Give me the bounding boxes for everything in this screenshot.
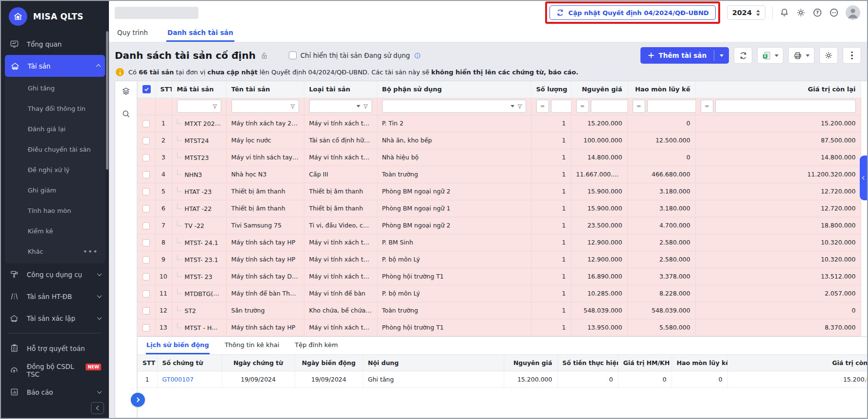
row-checkbox[interactable] [142, 222, 150, 229]
tab-asset-list[interactable]: Danh sách tài sản [166, 24, 234, 42]
expand-panel-button[interactable] [131, 393, 145, 407]
row-checkbox[interactable] [142, 307, 150, 314]
sidebar-subitem-thay-doi-thong-tin[interactable]: Thay đổi thông tin [5, 98, 105, 119]
sidebar-subitem-danh-gia-lai[interactable]: Đánh giá lại [5, 119, 105, 139]
layers-button[interactable] [121, 87, 131, 96]
sidebar-item-reports[interactable]: Báo cáo [1, 381, 109, 403]
detail-col-content[interactable]: Nội dung [363, 355, 504, 371]
user-avatar[interactable] [846, 5, 860, 20]
row-checkbox[interactable] [142, 324, 150, 332]
detail-col-remaining-value[interactable]: Giá trị còn lại [727, 355, 867, 371]
select-all-checkbox[interactable] [142, 85, 151, 93]
detail-col-doc-date[interactable]: Ngày chứng từ [222, 355, 295, 371]
select-all-header[interactable] [138, 81, 155, 98]
filter-icon[interactable] [290, 104, 296, 109]
tree-expand-icon[interactable] [177, 238, 181, 243]
equals-operator[interactable]: = [633, 100, 645, 113]
filter-quantity-input[interactable] [554, 103, 571, 110]
filter-asset-type-input[interactable] [313, 103, 354, 110]
year-selector[interactable]: 2024 [727, 5, 765, 20]
asset-row[interactable]: 12 ST2 Sân trường Kho chứa, bể chứa, bãi… [138, 302, 861, 319]
detail-col-stt[interactable]: STT [138, 355, 157, 371]
tree-expand-icon[interactable] [177, 289, 181, 294]
filter-remaining-value-input[interactable] [719, 103, 852, 110]
asset-row[interactable]: 5 HTAT -23 Thiết bị âm thanh Thiết bị âm… [138, 183, 861, 200]
tree-expand-icon[interactable] [177, 153, 181, 158]
col-header-original-cost[interactable]: Nguyên giá [571, 81, 627, 98]
sidebar-item-tools[interactable]: Công cụ dụng cụ [1, 263, 109, 285]
filter-icon[interactable] [363, 104, 369, 109]
export-excel-button[interactable]: X [757, 47, 783, 64]
settings-button[interactable] [796, 8, 806, 17]
row-checkbox[interactable] [142, 137, 150, 144]
search-button[interactable] [122, 109, 131, 119]
asset-row[interactable]: 7 TV -22 Tivi Samsung 75 Ti vi, đầu Vide… [138, 217, 861, 234]
row-checkbox[interactable] [142, 239, 150, 246]
filter-icon[interactable] [212, 104, 218, 109]
filter-accumulated-depreciation-input[interactable] [651, 103, 696, 110]
tree-expand-icon[interactable] [177, 255, 181, 260]
unlock-icon[interactable] [260, 52, 268, 60]
detail-col-executed-amount[interactable]: Số tiền thực hiện [557, 355, 618, 371]
right-panel-toggle[interactable] [860, 156, 867, 200]
history-row[interactable]: 1 GT000107 19/09/2024 19/09/2024 Ghi tăn… [138, 371, 867, 388]
row-checkbox[interactable] [142, 154, 150, 161]
update-decision-button[interactable]: Cập nhật Quyết định 04/2024/QĐ-UBND [549, 5, 716, 20]
sidebar-subitem-ghi-tang[interactable]: Ghi tăng [5, 78, 105, 98]
sidebar-subitem-tinh-hao-mon[interactable]: Tính hao mòn [5, 200, 105, 221]
row-checkbox[interactable] [142, 273, 150, 280]
row-checkbox[interactable] [142, 290, 150, 297]
tree-expand-icon[interactable] [177, 204, 181, 209]
row-checkbox[interactable] [142, 120, 150, 127]
more-actions-button[interactable] [843, 47, 861, 64]
sidebar-subitem-khac[interactable]: Khác••• [5, 241, 105, 262]
sidebar-subitem-kiem-ke[interactable]: Kiểm kê [5, 221, 105, 241]
asset-row[interactable]: 3 MTST23 Máy vi tính sách tay Dell Máy v… [138, 149, 861, 166]
col-header-quantity[interactable]: Số lượng [531, 81, 571, 98]
asset-row[interactable]: 9 MTST- 23.1 Máy tính sách tay HP Máy vi… [138, 251, 861, 268]
asset-row[interactable]: 1 MTXT 2024-TKB Máy tính xách tay 2024 M… [138, 115, 861, 132]
detail-col-doc-no[interactable]: Số chứng từ [157, 355, 222, 371]
only-in-use-checkbox[interactable] [289, 52, 297, 59]
detail-tab-history[interactable]: Lịch sử biến động [146, 337, 210, 354]
detail-col-change-date[interactable]: Ngày biến động [295, 355, 363, 371]
chevron-down-icon[interactable] [511, 105, 514, 107]
row-checkbox[interactable] [142, 188, 150, 195]
sidebar-item-established[interactable]: Tài sản xác lập [1, 307, 109, 329]
tab-process[interactable]: Quy trình [116, 24, 149, 42]
asset-row[interactable]: 13 MTST - HP21 Máy tính sách tay HP Máy … [138, 319, 861, 336]
only-in-use-filter[interactable]: Chỉ hiển thị tài sản Đang sử dụng [289, 52, 421, 59]
add-asset-dropdown[interactable] [714, 47, 729, 64]
sidebar-subitem-dieu-chuyen-tai-san[interactable]: Điều chuyển tài sản [5, 139, 105, 159]
detail-tab-attachments[interactable]: Tệp đính kèm [294, 337, 338, 354]
detail-col-accumulated-depreciation[interactable]: Hao mòn lũy kế [672, 355, 727, 371]
equals-operator[interactable]: = [576, 100, 589, 113]
col-header-asset-name[interactable]: Tên tài sản [226, 81, 304, 98]
help-button[interactable]: ? [813, 8, 822, 17]
detail-col-original-cost[interactable]: Nguyên giá [504, 355, 557, 371]
sidebar-item-assets[interactable]: Tài sản [5, 55, 105, 77]
tree-expand-icon[interactable] [177, 221, 181, 226]
sidebar-item-settlement[interactable]: Hỗ trợ quyết toán [1, 337, 109, 359]
sidebar-scrollbar[interactable] [106, 31, 108, 170]
asset-row[interactable]: 11 MTDBTG(19) Máy tính để bàn Thánh Gión… [138, 285, 861, 302]
col-header-stt[interactable]: STT [155, 81, 172, 98]
tree-expand-icon[interactable] [177, 187, 181, 192]
tree-expand-icon[interactable] [177, 323, 181, 328]
year-stepper-icon[interactable] [756, 10, 760, 16]
sidebar-collapse-button[interactable] [91, 402, 104, 414]
col-header-accumulated-depreciation[interactable]: Hao mòn lũy kế [627, 81, 695, 98]
print-button[interactable] [788, 47, 815, 64]
asset-row[interactable]: 8 MTST- 24.1 Máy tính sách tay HP Máy vi… [138, 234, 861, 251]
col-header-asset-code[interactable]: Mã tài sản [172, 81, 226, 98]
row-checkbox[interactable] [142, 205, 150, 212]
more-button[interactable] [829, 8, 839, 17]
tree-expand-icon[interactable] [177, 119, 181, 124]
grid-settings-button[interactable] [819, 47, 838, 64]
chevron-down-icon[interactable] [356, 105, 360, 107]
asset-row[interactable]: 4 NHN3 Nhà học N3 Cấp III Toàn trường 1 … [138, 166, 861, 183]
notifications-button[interactable] [779, 8, 789, 17]
filter-icon[interactable] [517, 104, 523, 109]
asset-row[interactable]: 6 HTAT -22 Thiết bị âm thanh Thiết bị âm… [138, 200, 861, 217]
filter-asset-code-input[interactable] [180, 103, 210, 110]
